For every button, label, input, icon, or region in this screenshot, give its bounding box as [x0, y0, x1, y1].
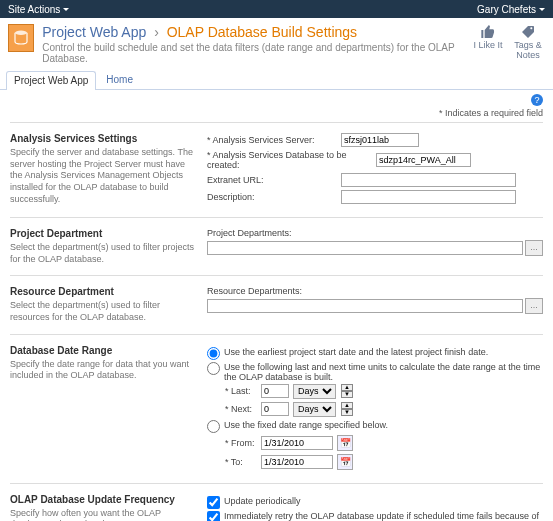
- tags-button[interactable]: Tags & Notes: [511, 24, 545, 60]
- as-db-label: Analysis Services Database to be created…: [207, 150, 372, 170]
- date-opt1-label: Use the earliest project start date and …: [224, 347, 543, 357]
- spin-up-button[interactable]: ▲: [341, 384, 353, 391]
- section-desc: Select the department(s) used to filter …: [10, 300, 195, 323]
- next-label: Next:: [225, 404, 257, 414]
- site-actions-label: Site Actions: [8, 4, 60, 15]
- help-icon[interactable]: ?: [531, 94, 543, 106]
- last-label: Last:: [225, 386, 257, 396]
- caret-down-icon: [539, 8, 545, 11]
- extranet-input[interactable]: [341, 173, 516, 187]
- to-label: To:: [225, 457, 257, 467]
- calendar-icon[interactable]: 📅: [337, 454, 353, 470]
- section-title: Database Date Range: [10, 345, 195, 356]
- desc-input[interactable]: [341, 190, 516, 204]
- retry-label: Immediately retry the OLAP database upda…: [224, 511, 543, 521]
- social-actions: I Like It Tags & Notes: [471, 24, 545, 60]
- site-actions-menu[interactable]: Site Actions: [8, 4, 69, 15]
- as-server-label: Analysis Services Server:: [207, 135, 337, 145]
- tags-label: Tags & Notes: [511, 40, 545, 60]
- date-opt3-radio[interactable]: [207, 420, 220, 433]
- spin-down-button[interactable]: ▼: [341, 391, 353, 398]
- extranet-label: Extranet URL:: [207, 175, 337, 185]
- tag-icon: [520, 24, 536, 40]
- section-desc: Specify the server and database settings…: [10, 147, 195, 205]
- caret-down-icon: [63, 8, 69, 11]
- update-periodic-checkbox[interactable]: [207, 496, 220, 509]
- res-dept-picker[interactable]: [207, 299, 523, 313]
- proj-dept-browse-button[interactable]: …: [525, 240, 543, 256]
- spin-up-button[interactable]: ▲: [341, 402, 353, 409]
- section-title: Resource Department: [10, 286, 195, 297]
- user-name: Gary Chefets: [477, 4, 536, 15]
- as-server-input[interactable]: [341, 133, 419, 147]
- thumbs-up-icon: [480, 24, 496, 40]
- section-res-dept: Resource Department Select the departmen…: [10, 275, 543, 333]
- section-desc: Select the department(s) used to filter …: [10, 242, 195, 265]
- section-update-freq: OLAP Database Update Frequency Specify h…: [10, 483, 543, 521]
- next-input[interactable]: [261, 402, 289, 416]
- like-label: I Like It: [473, 40, 502, 50]
- last-units-select[interactable]: Days: [293, 384, 336, 399]
- title-text: Project Web App › OLAP Database Build Se…: [42, 24, 471, 64]
- tab-project-web-app[interactable]: Project Web App: [6, 71, 96, 90]
- from-label: From:: [225, 438, 257, 448]
- section-desc: Specify how often you want the OLAP data…: [10, 508, 195, 521]
- last-input[interactable]: [261, 384, 289, 398]
- page-body: ? * Indicates a required field Analysis …: [0, 90, 553, 521]
- next-units-select[interactable]: Days: [293, 402, 336, 417]
- breadcrumb-root-link[interactable]: Project Web App: [42, 24, 146, 40]
- from-input[interactable]: [261, 436, 333, 450]
- res-dept-label: Resource Departments:: [207, 286, 543, 296]
- to-input[interactable]: [261, 455, 333, 469]
- tab-strip: Project Web App Home: [0, 66, 553, 90]
- required-note: * Indicates a required field: [10, 108, 543, 118]
- tab-home[interactable]: Home: [98, 70, 141, 89]
- date-opt2-radio[interactable]: [207, 362, 220, 375]
- help-row: ?: [10, 94, 543, 106]
- breadcrumb-sep: ›: [154, 24, 159, 40]
- spin-down-button[interactable]: ▼: [341, 409, 353, 416]
- section-analysis: Analysis Services Settings Specify the s…: [10, 122, 543, 217]
- date-opt3-label: Use the fixed date range specified below…: [224, 420, 543, 430]
- section-title: Project Department: [10, 228, 195, 239]
- desc-label: Description:: [207, 192, 337, 202]
- ribbon-bar: Site Actions Gary Chefets: [0, 0, 553, 18]
- page-description: Control the build schedule and set the d…: [42, 42, 471, 64]
- svg-point-0: [15, 31, 27, 36]
- section-date-range: Database Date Range Specify the date ran…: [10, 334, 543, 483]
- proj-dept-picker[interactable]: [207, 241, 523, 255]
- title-area: Project Web App › OLAP Database Build Se…: [0, 18, 553, 66]
- res-dept-browse-button[interactable]: …: [525, 298, 543, 314]
- section-title: OLAP Database Update Frequency: [10, 494, 195, 505]
- calendar-icon[interactable]: 📅: [337, 435, 353, 451]
- date-opt1-radio[interactable]: [207, 347, 220, 360]
- retry-checkbox[interactable]: [207, 511, 220, 521]
- page-title: OLAP Database Build Settings: [167, 24, 357, 40]
- proj-dept-label: Project Departments:: [207, 228, 543, 238]
- database-icon: [12, 29, 30, 47]
- as-db-input[interactable]: [376, 153, 471, 167]
- section-title: Analysis Services Settings: [10, 133, 195, 144]
- like-button[interactable]: I Like It: [471, 24, 505, 60]
- user-menu[interactable]: Gary Chefets: [477, 4, 545, 15]
- page-icon: [8, 24, 34, 52]
- date-opt2-label: Use the following last and next time uni…: [224, 362, 543, 382]
- section-desc: Specify the date range for data that you…: [10, 359, 195, 382]
- section-proj-dept: Project Department Select the department…: [10, 217, 543, 275]
- update-periodic-label: Update periodically: [224, 496, 543, 506]
- breadcrumb: Project Web App › OLAP Database Build Se…: [42, 24, 471, 40]
